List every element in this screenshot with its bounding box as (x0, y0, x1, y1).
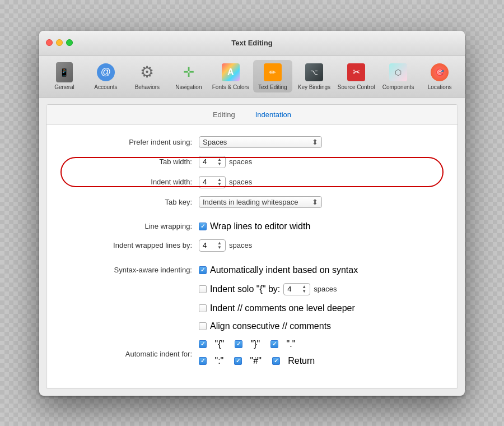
indent-width-down-arrow[interactable]: ▼ (217, 182, 222, 187)
line-wrapping-label: Line wrapping: (69, 222, 192, 230)
indent-wrapped-value: 4 (203, 241, 207, 249)
align-comments-text: Align consecutive // comments (210, 321, 331, 331)
indent-width-row: Indent width: 4 ▲ ▼ spaces (69, 176, 435, 188)
auto-indent-close-brace: "}" (248, 339, 265, 349)
indent-comments-control: Indent // comments one level deeper (199, 303, 355, 313)
navigation-cross-icon: ✛ (183, 64, 194, 80)
toolbar-item-fonts-colors[interactable]: A Fonts & Colors (211, 60, 251, 92)
components-icon: ⬡ (388, 62, 408, 82)
auto-indent-label: Automatic indent for: (69, 350, 192, 358)
settings-panel: Prefer indent using: Spaces ⇕ Tab width: (46, 125, 458, 388)
indent-solo-down-arrow[interactable]: ▼ (302, 289, 306, 294)
minimize-button[interactable] (56, 39, 63, 46)
prefer-indent-label: Prefer indent using: (69, 138, 192, 146)
tab-width-unit: spaces (229, 158, 252, 166)
indent-solo-stepper[interactable]: 4 ▲ ▼ (283, 283, 310, 295)
align-comments-control: Align consecutive // comments (199, 321, 331, 331)
indent-wrapped-down-arrow[interactable]: ▼ (217, 246, 222, 250)
tab-width-row: Tab width: 4 ▲ ▼ spaces (69, 156, 435, 168)
toolbar-item-source-control[interactable]: ✂ Source Control (336, 60, 376, 92)
indent-comments-checkbox[interactable] (199, 304, 207, 312)
toolbar-item-text-editing[interactable]: ✏ Text Editing (253, 60, 292, 92)
auto-indent-hash: "#" (248, 356, 267, 366)
components-icon-shape: ⬡ (389, 63, 407, 81)
indent-comments-row: Indent // comments one level deeper (69, 303, 435, 313)
auto-indent-checkbox-dot[interactable] (270, 340, 278, 348)
indent-width-control: 4 ▲ ▼ spaces (199, 176, 252, 188)
indent-width-value: 4 (203, 178, 207, 186)
fonts-colors-icon: A (221, 62, 241, 82)
tab-width-arrows: ▲ ▼ (217, 158, 222, 166)
syntax-aware-control: Automatically indent based on syntax (199, 265, 358, 275)
toolbar-label-locations: Locations (428, 84, 452, 90)
auto-indent-return: Return (286, 356, 315, 366)
window-title: Text Editing (231, 39, 272, 47)
syntax-aware-label: Syntax-aware indenting: (69, 266, 192, 274)
source-control-icon: ✂ (346, 62, 366, 82)
prefer-indent-chevron: ⇕ (312, 138, 318, 146)
toolbar-label-components: Components (382, 84, 414, 90)
tab-bar: Editing Indentation (46, 105, 458, 125)
align-comments-checkbox[interactable] (199, 322, 207, 330)
toolbar-label-general: General (54, 84, 74, 90)
key-bindings-icon-shape: ⌥ (305, 63, 323, 81)
locations-icon: 🎯 (430, 62, 450, 82)
auto-indent-row: Automatic indent for: "{" "}" "." ":" (69, 339, 435, 369)
behaviors-gear-icon: ⚙ (140, 63, 154, 81)
tab-width-label: Tab width: (69, 158, 192, 166)
syntax-aware-text: Automatically indent based on syntax (210, 265, 358, 275)
indent-solo-text: Indent solo "{" by: (210, 284, 280, 294)
indent-wrapped-label: Indent wrapped lines by: (69, 241, 192, 249)
prefer-indent-row: Prefer indent using: Spaces ⇕ (69, 136, 435, 148)
indent-wrapped-stepper[interactable]: 4 ▲ ▼ (199, 239, 226, 252)
text-editing-icon: ✏ (263, 62, 283, 82)
indent-wrapped-control: 4 ▲ ▼ spaces (199, 239, 252, 252)
maximize-button[interactable] (66, 39, 73, 46)
auto-indent-row-1: "{" "}" "." (199, 339, 315, 349)
toolbar-item-navigation[interactable]: ✛ Navigation (169, 60, 208, 92)
auto-indent-checkbox-colon[interactable] (199, 357, 207, 365)
tab-key-select[interactable]: Indents in leading whitespace ⇕ (199, 196, 322, 208)
general-icon-shape: 📱 (56, 62, 73, 82)
auto-indent-checkbox-return[interactable] (272, 357, 280, 365)
indent-width-arrows: ▲ ▼ (217, 178, 222, 187)
text-editing-icon-shape: ✏ (264, 63, 282, 81)
syntax-aware-checkbox[interactable] (199, 266, 207, 274)
toolbar-item-accounts[interactable]: @ Accounts (86, 60, 125, 92)
indent-wrapped-unit: spaces (229, 241, 252, 249)
auto-indent-dot: "." (284, 339, 295, 349)
toolbar-item-key-bindings[interactable]: ⌥ Key Bindings (295, 60, 334, 92)
line-wrapping-text: Wrap lines to editor width (210, 221, 310, 231)
auto-indent-colon: ":" (212, 356, 228, 366)
prefer-indent-value: Spaces (203, 138, 227, 146)
highlighted-section: Tab width: 4 ▲ ▼ spaces In (69, 156, 435, 188)
indent-wrapped-arrows: ▲ ▼ (217, 241, 222, 250)
tab-width-down-arrow[interactable]: ▼ (217, 162, 222, 166)
close-button[interactable] (46, 39, 53, 46)
tab-indentation[interactable]: Indentation (251, 109, 296, 120)
locations-icon-shape: 🎯 (431, 63, 449, 81)
toolbar-item-general[interactable]: 📱 General (45, 60, 84, 92)
fonts-colors-icon-shape: A (222, 63, 240, 81)
auto-indent-checkbox-open-brace[interactable] (199, 340, 207, 348)
toolbar-label-navigation: Navigation (175, 84, 202, 90)
accounts-icon: @ (96, 62, 116, 82)
prefer-indent-select[interactable]: Spaces ⇕ (199, 136, 322, 148)
tab-width-value: 4 (203, 158, 207, 166)
indent-solo-unit: spaces (314, 285, 337, 293)
toolbar-item-behaviors[interactable]: ⚙ Behaviors (128, 60, 167, 92)
line-wrapping-checkbox[interactable] (199, 223, 207, 230)
line-wrapping-control: Wrap lines to editor width (199, 221, 310, 231)
tab-key-control: Indents in leading whitespace ⇕ (199, 196, 322, 208)
auto-indent-open-brace: "{" (212, 339, 229, 349)
toolbar-item-locations[interactable]: 🎯 Locations (420, 60, 459, 92)
tab-editing[interactable]: Editing (208, 109, 240, 120)
auto-indent-checkbox-close-brace[interactable] (235, 340, 242, 348)
tab-key-row: Tab key: Indents in leading whitespace ⇕ (69, 196, 435, 208)
indent-width-stepper[interactable]: 4 ▲ ▼ (199, 176, 226, 188)
tab-key-chevron: ⇕ (312, 198, 318, 206)
tab-width-stepper[interactable]: 4 ▲ ▼ (199, 156, 226, 168)
toolbar-item-components[interactable]: ⬡ Components (379, 60, 418, 92)
indent-solo-checkbox[interactable] (199, 285, 207, 293)
auto-indent-checkbox-hash[interactable] (234, 357, 242, 365)
